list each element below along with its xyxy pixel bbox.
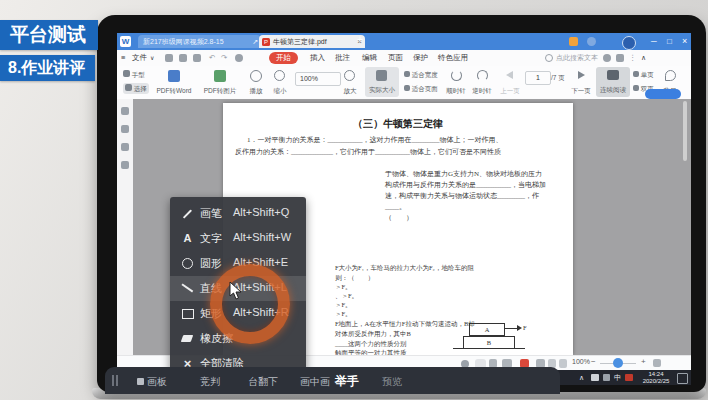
zoom-plus-button[interactable]: + bbox=[641, 357, 646, 366]
statusbar-zoom-value: 100% bbox=[572, 358, 590, 365]
scrollbar[interactable] bbox=[683, 101, 687, 161]
print-icon[interactable] bbox=[193, 54, 201, 62]
collapse-ribbon-icon[interactable]: ∧ bbox=[641, 50, 646, 66]
platform-pip-button[interactable]: 画中画 bbox=[300, 375, 330, 389]
bookmarks-icon[interactable] bbox=[121, 125, 129, 133]
doc-text-line: ____。 bbox=[385, 202, 406, 213]
force-arrowhead-icon bbox=[517, 325, 522, 331]
platform-toolbar: 画板 竞判 台翻下 画中画 举手 预览 bbox=[105, 367, 560, 394]
mouse-cursor-icon bbox=[229, 281, 243, 301]
single-page-button[interactable]: 单页 bbox=[633, 69, 654, 80]
menu-tab-insert[interactable]: 插入 bbox=[310, 50, 325, 66]
theme-icon[interactable] bbox=[587, 37, 596, 46]
overlay-label-platform-test: 平台测试 bbox=[0, 20, 98, 50]
layout-icon[interactable] bbox=[616, 54, 624, 62]
window-close-button[interactable]: × bbox=[682, 33, 687, 50]
user-avatar[interactable] bbox=[622, 36, 636, 50]
doc-paragraph-line: 反作用力的关系：____________，它们作用于__________物体上，… bbox=[235, 147, 501, 158]
drag-handle2[interactable] bbox=[116, 375, 118, 386]
menu-tab-protect[interactable]: 保护 bbox=[413, 50, 428, 66]
platform-judge-button[interactable]: 竞判 bbox=[200, 375, 220, 389]
platform-stage-button[interactable]: 台翻下 bbox=[248, 375, 278, 389]
zoom-minus-button[interactable]: − bbox=[591, 357, 596, 366]
chevron-down-icon: ∨ bbox=[150, 50, 154, 66]
play-icon bbox=[250, 70, 262, 82]
rotate-counterclockwise-icon bbox=[477, 70, 488, 81]
window-maximize-button[interactable]: □ bbox=[667, 33, 672, 50]
zoom-slider-handle[interactable] bbox=[613, 358, 623, 368]
search-input[interactable]: 点此搜索文本 bbox=[556, 50, 598, 66]
window-minimize-button[interactable]: ─ bbox=[651, 33, 657, 50]
tab2-label: 牛顿第三定律.pdf bbox=[273, 38, 327, 45]
redo-icon[interactable]: ↷ bbox=[221, 50, 227, 66]
clock-time: 14:24 bbox=[638, 371, 674, 378]
menu-tab-comment[interactable]: 批注 bbox=[335, 50, 350, 66]
tool-brush[interactable]: 画笔 Alt+Shift+Q bbox=[170, 201, 306, 226]
file-menu[interactable]: 文件 bbox=[132, 50, 147, 66]
open-icon[interactable] bbox=[165, 54, 173, 62]
platform-preview-button[interactable]: 预览 bbox=[382, 375, 402, 389]
menu-tab-home[interactable]: 开始 bbox=[269, 52, 298, 64]
folder-icon[interactable] bbox=[591, 374, 599, 381]
more-tools-icon[interactable] bbox=[235, 54, 243, 62]
search-icon bbox=[545, 54, 553, 62]
attachments-icon[interactable] bbox=[121, 161, 129, 169]
hamburger-icon[interactable]: ≡ bbox=[121, 50, 125, 66]
wps-toolbar: 手型 选择 PDF转Word PDF转图片 播放 缩小 100% 放大 bbox=[117, 66, 691, 100]
wps-logo-icon: W bbox=[120, 36, 131, 47]
floating-badge[interactable] bbox=[645, 89, 681, 99]
brush-icon bbox=[181, 207, 194, 220]
menu-tab-special[interactable]: 特色应用 bbox=[438, 50, 468, 66]
annotations-icon[interactable] bbox=[121, 143, 129, 151]
thumbnails-icon[interactable] bbox=[121, 107, 129, 115]
page-number-input[interactable]: 1 bbox=[525, 71, 551, 85]
menu-tab-page[interactable]: 页面 bbox=[388, 50, 403, 66]
fit-page-button[interactable]: 适合页面 bbox=[404, 83, 438, 94]
doc-text-line: ＞F。 bbox=[335, 309, 352, 319]
menu-tab-edit[interactable]: 编辑 bbox=[362, 50, 377, 66]
wps-titlebar: W 新217班级网课视频2.8-15 ↗ P 牛顿第三定律.pdf × + ─ … bbox=[117, 33, 691, 50]
doc-text-line: （ ） bbox=[385, 213, 413, 224]
sound-icon[interactable] bbox=[603, 374, 610, 381]
pdf-to-word-icon bbox=[168, 70, 180, 82]
zoom-in-icon bbox=[344, 70, 355, 81]
tray-collapse-icon[interactable]: ∧ bbox=[579, 374, 584, 381]
circle-shape-icon bbox=[181, 257, 194, 270]
zoom-out-icon bbox=[274, 70, 285, 81]
continuous-read-button[interactable]: 连续阅读 bbox=[596, 67, 630, 97]
text-tool-icon: A bbox=[181, 232, 194, 245]
undo-icon[interactable]: ↶ bbox=[209, 50, 215, 66]
notification-center-icon[interactable] bbox=[677, 373, 688, 384]
fullscreen-icon[interactable] bbox=[653, 359, 661, 367]
taskbar-clock[interactable]: 14:24 2020/2/25 bbox=[638, 371, 674, 385]
rotate-clockwise-icon bbox=[451, 70, 462, 81]
kebab-menu-icon[interactable]: ⋮ bbox=[629, 50, 637, 66]
fit-width-button[interactable]: 适合宽度 bbox=[404, 69, 438, 80]
ime-indicator[interactable]: 中 bbox=[614, 374, 621, 381]
hand-tool-button[interactable]: 手型 bbox=[123, 69, 145, 80]
save-icon[interactable] bbox=[179, 54, 187, 62]
page-total-label: /7 页 bbox=[551, 74, 573, 83]
browser-tab-inactive[interactable]: 新217班级网课视频2.8-15 ↗ bbox=[138, 35, 261, 48]
click-highlight-ring bbox=[210, 264, 290, 344]
tray-app-icon[interactable] bbox=[625, 374, 633, 381]
doc-text-line: F大小为F₁，车给马的拉力大小为F₂，地给车的阻 bbox=[335, 263, 474, 273]
actual-size-button[interactable]: 实际大小 bbox=[365, 67, 399, 97]
gear-icon[interactable] bbox=[603, 54, 611, 62]
drag-handle[interactable] bbox=[112, 375, 114, 386]
platform-raise-hand-button[interactable]: 举手 bbox=[335, 373, 359, 390]
new-tab-button[interactable]: + bbox=[357, 34, 363, 45]
platform-board-button[interactable]: 画板 bbox=[137, 375, 167, 389]
page-mode2-icon[interactable] bbox=[559, 359, 567, 368]
pdf-left-sidebar bbox=[117, 99, 134, 355]
external-link-icon: ↗ bbox=[252, 35, 258, 48]
diagram-box-a: A bbox=[469, 323, 505, 336]
wps-menubar: ≡ 文件 ∨ ↶ ↷ 开始 插入 批注 编辑 页面 保护 特色应用 点此搜索文本… bbox=[117, 50, 691, 67]
tool-text[interactable]: A 文字 Alt+Shift+W bbox=[170, 226, 306, 251]
member-badge-icon[interactable] bbox=[569, 37, 578, 46]
pdf-tab-active[interactable]: P 牛顿第三定律.pdf × bbox=[259, 35, 365, 48]
select-tool-button[interactable]: 选择 bbox=[123, 83, 149, 94]
zoom-level-input[interactable]: 100% bbox=[295, 72, 341, 86]
force-label: F bbox=[523, 323, 527, 333]
board-icon bbox=[137, 378, 144, 385]
